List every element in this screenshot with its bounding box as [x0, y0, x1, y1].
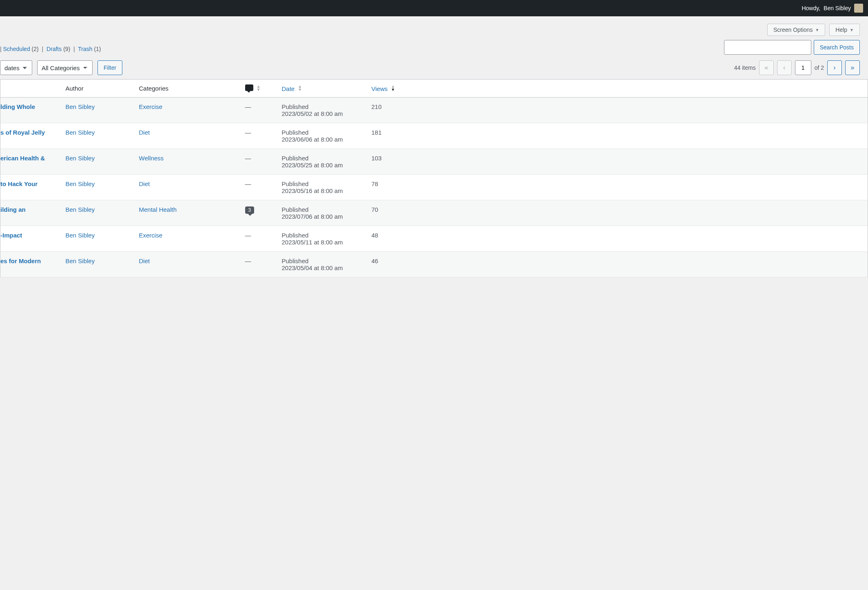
col-categories[interactable]: Categories	[135, 80, 241, 98]
col-date[interactable]: Date ▲▼	[278, 80, 368, 98]
post-datetime: 2023/05/25 at 8:00 am	[282, 162, 363, 169]
post-title-link[interactable]: to Hack Your	[0, 180, 38, 187]
author-cell: Ben Sibley	[62, 226, 135, 252]
date-cell: Published2023/07/06 at 8:00 am	[278, 200, 368, 226]
comments-cell: —	[241, 175, 278, 200]
filter-controls: dates All Categories Filter	[0, 60, 122, 75]
search-posts-button[interactable]: Search Posts	[814, 40, 860, 55]
comment-count-bubble[interactable]: 3	[245, 206, 255, 214]
author-cell: Ben Sibley	[62, 252, 135, 277]
post-status: Published	[282, 206, 363, 213]
author-link[interactable]: Ben Sibley	[66, 206, 95, 213]
col-views[interactable]: Views ▲▼	[368, 80, 868, 98]
post-title-link[interactable]: lding Whole	[0, 103, 35, 110]
table-row: ilding anBen SibleyMental Health3Publish…	[0, 200, 868, 226]
category-link[interactable]: Diet	[139, 129, 150, 136]
table-row: s of Royal JellyBen SibleyDiet—Published…	[0, 123, 868, 149]
post-datetime: 2023/05/02 at 8:00 am	[282, 110, 363, 117]
col-author[interactable]: Author	[62, 80, 135, 98]
no-comments: —	[245, 103, 251, 110]
post-title-cell: s of Royal Jelly	[0, 123, 62, 149]
status-scheduled-link[interactable]: Scheduled	[3, 46, 30, 52]
category-link[interactable]: Diet	[139, 180, 150, 187]
post-datetime: 2023/06/06 at 8:00 am	[282, 136, 363, 143]
author-link[interactable]: Ben Sibley	[66, 103, 95, 110]
views-cell: 103	[368, 149, 868, 175]
table-row: -ImpactBen SibleyExercise—Published2023/…	[0, 226, 868, 252]
comments-cell: —	[241, 98, 278, 123]
filter-button[interactable]: Filter	[97, 60, 122, 75]
category-link[interactable]: Diet	[139, 257, 150, 264]
prev-page-button: ‹	[777, 60, 792, 75]
status-trash-link[interactable]: Trash	[78, 46, 92, 52]
no-comments: —	[245, 180, 251, 187]
date-cell: Published2023/05/11 at 8:00 am	[278, 226, 368, 252]
user-name: Ben Sibley	[824, 5, 851, 11]
comments-cell: —	[241, 123, 278, 149]
categories-select[interactable]: All Categories	[37, 60, 93, 75]
comment-icon	[245, 84, 253, 91]
status-drafts-link[interactable]: Drafts	[46, 46, 62, 52]
col-comments[interactable]: ▲▼	[241, 80, 278, 98]
post-status: Published	[282, 103, 363, 110]
date-cell: Published2023/05/02 at 8:00 am	[278, 98, 368, 123]
help-button[interactable]: Help ▼	[829, 24, 860, 36]
table-row: lding WholeBen SibleyExercise—Published2…	[0, 98, 868, 123]
post-title-cell: to Hack Your	[0, 175, 62, 200]
post-title-cell: lding Whole	[0, 98, 62, 123]
post-title-link[interactable]: erican Health &	[0, 155, 45, 162]
current-page-input[interactable]	[795, 60, 811, 75]
trash-count: (1)	[94, 46, 101, 52]
post-title-link[interactable]: -Impact	[0, 232, 22, 239]
post-status: Published	[282, 257, 363, 264]
author-cell: Ben Sibley	[62, 175, 135, 200]
author-link[interactable]: Ben Sibley	[66, 180, 95, 187]
next-page-button[interactable]: ›	[827, 60, 842, 75]
author-cell: Ben Sibley	[62, 149, 135, 175]
category-cell: Diet	[135, 252, 241, 277]
post-title-link[interactable]: s of Royal Jelly	[0, 129, 45, 136]
post-title-cell: ilding an	[0, 200, 62, 226]
howdy-user[interactable]: Howdy, Ben Sibley	[802, 4, 863, 13]
author-link[interactable]: Ben Sibley	[66, 155, 95, 162]
comments-cell: —	[241, 252, 278, 277]
items-count: 44 items	[734, 64, 756, 71]
author-link[interactable]: Ben Sibley	[66, 129, 95, 136]
views-cell: 48	[368, 226, 868, 252]
post-datetime: 2023/05/16 at 8:00 am	[282, 187, 363, 194]
of-pages: of 2	[815, 64, 824, 71]
category-link[interactable]: Wellness	[139, 155, 164, 162]
no-comments: —	[245, 232, 251, 239]
howdy-prefix: Howdy,	[802, 5, 820, 11]
author-link[interactable]: Ben Sibley	[66, 232, 95, 239]
screen-options-button[interactable]: Screen Options ▼	[767, 24, 825, 36]
category-link[interactable]: Exercise	[139, 103, 163, 110]
search-input[interactable]	[724, 40, 811, 55]
date-cell: Published2023/05/25 at 8:00 am	[278, 149, 368, 175]
post-title-link[interactable]: ilding an	[0, 206, 26, 213]
category-cell: Exercise	[135, 98, 241, 123]
post-title-link[interactable]: es for Modern	[0, 257, 41, 264]
avatar	[854, 4, 863, 13]
caret-down-icon: ▼	[815, 28, 819, 32]
post-status: Published	[282, 129, 363, 136]
date-cell: Published2023/05/16 at 8:00 am	[278, 175, 368, 200]
category-link[interactable]: Mental Health	[139, 206, 177, 213]
post-title-cell: erican Health &	[0, 149, 62, 175]
last-page-button[interactable]: »	[845, 60, 860, 75]
scheduled-count: (2)	[32, 46, 39, 52]
dates-select[interactable]: dates	[0, 60, 32, 75]
post-status: Published	[282, 155, 363, 162]
author-cell: Ben Sibley	[62, 98, 135, 123]
drafts-count: (9)	[63, 46, 70, 52]
category-link[interactable]: Exercise	[139, 232, 163, 239]
category-cell: Diet	[135, 175, 241, 200]
post-datetime: 2023/07/06 at 8:00 am	[282, 213, 363, 220]
category-cell: Diet	[135, 123, 241, 149]
top-meta-buttons: Screen Options ▼ Help ▼	[0, 16, 868, 40]
comments-cell: —	[241, 149, 278, 175]
admin-bar: Howdy, Ben Sibley	[0, 0, 868, 16]
author-link[interactable]: Ben Sibley	[66, 257, 95, 264]
table-row: es for ModernBen SibleyDiet—Published202…	[0, 252, 868, 277]
posts-table: Author Categories ▲▼ Date ▲▼ Views ▲▼ ld…	[0, 79, 868, 277]
